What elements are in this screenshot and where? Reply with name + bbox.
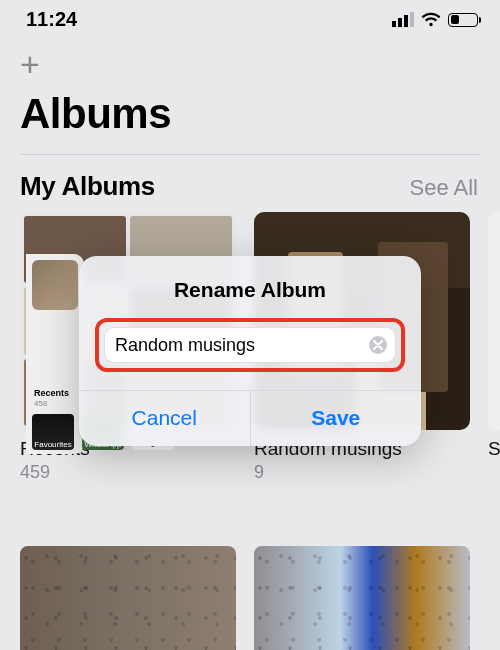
input-highlight-frame <box>95 318 405 372</box>
save-button[interactable]: Save <box>250 391 422 446</box>
clear-input-button[interactable] <box>369 336 387 354</box>
cancel-button[interactable]: Cancel <box>79 391 250 446</box>
album-name-field[interactable] <box>104 327 396 363</box>
rename-album-dialog: Rename Album Cancel Save <box>79 256 421 446</box>
dialog-title: Rename Album <box>79 256 421 318</box>
album-name-input[interactable] <box>115 335 363 356</box>
